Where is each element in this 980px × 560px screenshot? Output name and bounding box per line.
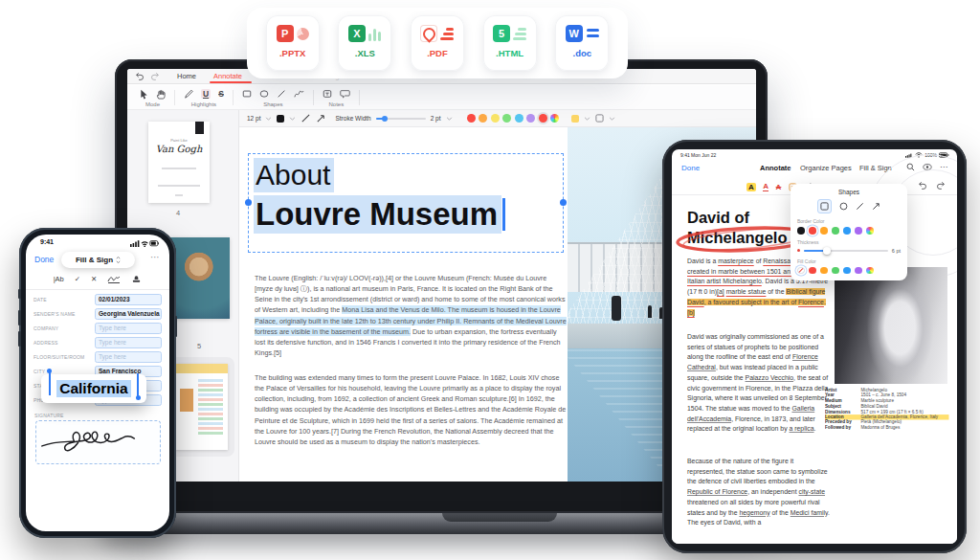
arrow-style-icon[interactable] <box>316 113 326 123</box>
format-tile[interactable]: 5 .HTML <box>483 15 537 71</box>
text-field-tool[interactable]: |Ab <box>54 275 64 283</box>
color-swatch[interactable] <box>526 114 535 123</box>
bookmark-tag <box>195 122 204 134</box>
cross-tool[interactable]: ✕ <box>91 275 97 283</box>
color-swatch[interactable] <box>491 114 500 123</box>
form-field-input[interactable]: Type here <box>95 323 162 334</box>
color-swatch[interactable] <box>866 267 874 275</box>
color-swatch[interactable] <box>832 267 839 275</box>
signature-field[interactable] <box>35 420 161 464</box>
highlight-color-swatch[interactable] <box>571 115 579 123</box>
stroke-width-slider[interactable] <box>376 118 426 120</box>
color-swatch[interactable] <box>832 227 839 235</box>
format-tile[interactable]: W .doc <box>555 15 609 71</box>
more-options-button[interactable]: ⋯ <box>150 252 161 262</box>
form-field-input[interactable]: 02/01/2023 <box>95 294 162 305</box>
rectangle-shape-icon[interactable] <box>817 199 832 213</box>
form-field-input[interactable]: Type here <box>95 351 162 363</box>
color-swatch[interactable] <box>843 227 851 235</box>
infobox-value: Madonna of Bruges <box>860 425 900 431</box>
document-title-line1[interactable]: About <box>254 159 334 191</box>
comment-bubble-icon[interactable] <box>340 89 350 99</box>
page-thumbnail-6-selected[interactable] <box>167 357 234 457</box>
thumbnail-image-block <box>180 389 193 412</box>
ellipse-shape-icon[interactable] <box>839 202 848 211</box>
color-swatch[interactable] <box>855 267 862 275</box>
color-swatch[interactable] <box>797 227 805 235</box>
highlighter-pen-icon[interactable] <box>184 89 193 99</box>
stroke-size-select[interactable]: 2 pt <box>431 115 441 122</box>
color-swatch[interactable] <box>550 114 559 123</box>
form-field-input[interactable]: Georgina Valenzuela <box>95 308 162 320</box>
tab-annotate[interactable]: Annotate <box>760 164 791 172</box>
color-swatch[interactable] <box>479 114 487 123</box>
format-tile[interactable]: P .PPTX <box>266 15 320 71</box>
signature-field-label: SIGNATURE <box>34 413 64 418</box>
tab-home[interactable]: Home <box>177 69 196 84</box>
arrow-shape-icon[interactable] <box>872 202 880 211</box>
thickness-slider[interactable]: 6 pt <box>797 248 901 254</box>
underline-tool-icon[interactable]: U <box>201 89 211 99</box>
underline-tool-icon[interactable]: A <box>763 182 768 191</box>
selected-text[interactable]: California <box>56 380 130 397</box>
done-button[interactable]: Done <box>681 164 700 172</box>
status-icons <box>130 239 159 247</box>
text-note-icon[interactable] <box>323 89 332 99</box>
fill-and-sign-selector[interactable]: Fill & Sign <box>61 252 135 268</box>
strikethrough-tool-icon[interactable]: S <box>218 89 224 99</box>
form-field-label: DATE <box>33 297 47 302</box>
fill-style-icon[interactable] <box>595 114 604 123</box>
document-paragraph-2[interactable]: David was originally commissioned as one… <box>687 332 832 435</box>
color-swatch[interactable] <box>855 227 862 235</box>
document-paragraph-3[interactable]: Because of the nature of the figure it r… <box>687 457 832 528</box>
font-size-select[interactable]: 12 pt <box>247 115 260 122</box>
line-shape-icon[interactable] <box>277 89 286 99</box>
ipad: 9:41 Mon Jun 22 100% Done Annotate Organ… <box>662 140 967 553</box>
color-swatch[interactable] <box>809 227 816 235</box>
tab-organize-pages[interactable]: Organize Pages <box>800 164 852 172</box>
color-swatch[interactable] <box>820 227 828 235</box>
selection-handle-left[interactable] <box>245 199 252 206</box>
document-paragraph-2[interactable]: The building was extended many times to … <box>255 372 567 447</box>
page-thumbnail-5[interactable] <box>170 237 230 319</box>
form-row: ADDRESS Type here <box>33 335 162 349</box>
text-color-swatch[interactable] <box>277 115 284 123</box>
format-tile[interactable]: .PDF <box>411 15 464 71</box>
form-field-input[interactable]: Type here <box>95 337 162 348</box>
cursor-tool-icon[interactable] <box>140 89 148 100</box>
checkmark-tool[interactable]: ✓ <box>75 275 80 283</box>
stamp-tool-icon[interactable] <box>131 274 142 283</box>
highlight-tool-icon[interactable]: A <box>746 183 756 191</box>
pan-hand-tool-icon[interactable] <box>156 89 166 100</box>
freehand-shape-icon[interactable] <box>294 89 304 99</box>
document-title-line2[interactable]: Louvre Museum <box>254 196 505 233</box>
selection-handle-left[interactable] <box>49 372 51 395</box>
undo-icon[interactable] <box>135 72 145 81</box>
color-swatch[interactable] <box>843 267 851 275</box>
page-thumbnail-4[interactable]: Paint Like Van Gogh <box>148 122 210 203</box>
line-style-icon[interactable] <box>301 113 311 123</box>
done-button[interactable]: Done <box>34 255 54 264</box>
color-swatch[interactable] <box>502 114 511 123</box>
color-swatch[interactable] <box>539 114 547 123</box>
color-swatch[interactable] <box>866 227 874 235</box>
color-swatch[interactable] <box>797 267 805 275</box>
line-shape-icon[interactable] <box>856 202 864 211</box>
selection-handle-right[interactable] <box>137 373 139 396</box>
rectangle-shape-icon[interactable] <box>242 89 252 99</box>
format-tile[interactable]: X .XLS <box>338 15 391 71</box>
export-formats-card: P .PPTX X .XLS .PDF <box>247 8 628 78</box>
color-swatch[interactable] <box>515 114 523 123</box>
slider-thumb[interactable] <box>823 247 831 255</box>
strikethrough-tool-icon[interactable]: A <box>776 183 782 191</box>
document-paragraph-1[interactable]: The Louvre (English: /ˈluːv(rə)/ LOOV(-r… <box>255 273 567 358</box>
chevron-down-icon <box>609 117 615 121</box>
signature-tool-icon[interactable] <box>107 274 121 283</box>
color-swatch[interactable] <box>809 267 816 275</box>
redo-icon[interactable] <box>150 72 160 81</box>
ellipse-shape-icon[interactable] <box>259 89 269 99</box>
person-figure <box>648 305 652 318</box>
selection-handle-right[interactable] <box>560 199 567 206</box>
color-swatch[interactable] <box>467 114 476 123</box>
color-swatch[interactable] <box>820 267 828 275</box>
